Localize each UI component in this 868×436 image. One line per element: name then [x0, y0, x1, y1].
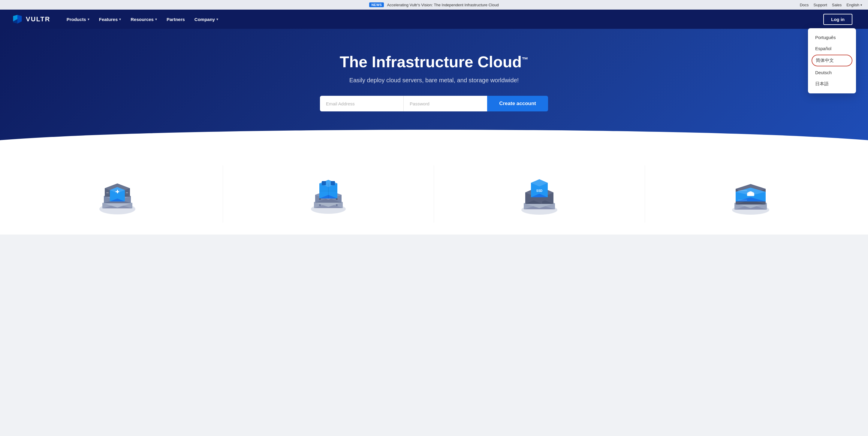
password-input[interactable]	[403, 96, 487, 111]
navbar: VULTR Products ▾ Features ▾ Resources ▾ …	[0, 9, 868, 29]
logo[interactable]: VULTR	[12, 14, 51, 25]
svg-point-42	[336, 204, 338, 206]
compute-icon	[93, 174, 142, 216]
nav-company[interactable]: Company ▾	[190, 14, 222, 24]
chevron-down-icon: ▾	[119, 18, 121, 21]
logo-text: VULTR	[26, 15, 51, 23]
chevron-down-icon: ▾	[861, 3, 862, 7]
create-account-button[interactable]: Create account	[487, 96, 548, 111]
nav-features[interactable]: Features ▾	[95, 14, 125, 24]
svg-rect-25	[106, 193, 108, 193]
chevron-down-icon: ▾	[155, 18, 157, 21]
nav-features-label: Features	[99, 17, 118, 22]
products-section: SSD	[0, 147, 868, 234]
svg-point-41	[319, 204, 321, 206]
svg-rect-73	[738, 190, 747, 191]
svg-point-39	[319, 198, 321, 200]
chevron-down-icon: ▾	[88, 18, 89, 21]
product-card-objectstorage	[645, 166, 856, 223]
nav-products[interactable]: Products ▾	[62, 14, 94, 24]
lang-option-german[interactable]: Deutsch	[808, 67, 856, 78]
support-link[interactable]: Support	[813, 3, 827, 7]
announcement-text: Accelerating Vultr's Vision: The Indepen…	[387, 3, 499, 7]
storage-icon: SSD	[515, 174, 563, 216]
news-badge: NEWS	[369, 2, 384, 7]
email-input[interactable]	[320, 96, 403, 111]
vultr-logo-icon	[12, 14, 23, 25]
svg-rect-74	[738, 200, 747, 201]
svg-point-40	[336, 198, 338, 200]
svg-rect-24	[127, 184, 127, 187]
login-button[interactable]: Log in	[823, 14, 852, 25]
nav-resources-label: Resources	[130, 17, 154, 22]
nav-partners[interactable]: Partners	[162, 14, 189, 24]
svg-rect-26	[126, 193, 128, 193]
lang-option-japanese[interactable]: 日本語	[808, 78, 856, 90]
nav-links: Products ▾ Features ▾ Resources ▾ Partne…	[62, 14, 823, 24]
lang-option-portuguese[interactable]: Português	[808, 32, 856, 43]
product-card-storage: SSD	[434, 166, 645, 223]
nav-products-label: Products	[67, 17, 86, 22]
chevron-down-icon: ▾	[216, 18, 218, 21]
language-dropdown: Português Español 简体中文 Deutsch 日本語	[808, 28, 856, 93]
hero-form: Create account	[320, 96, 548, 111]
svg-rect-20	[117, 190, 118, 193]
lang-option-spanish[interactable]: Español	[808, 43, 856, 54]
sales-link[interactable]: Sales	[832, 3, 842, 7]
product-card-baremetal	[223, 166, 434, 223]
svg-text:SSD: SSD	[536, 189, 542, 193]
hero-section: The Infrastructure Cloud™ Easily deploy …	[0, 29, 868, 147]
nav-resources[interactable]: Resources ▾	[126, 14, 161, 24]
nav-right: Log in Português Español 简体中文 Deutsch 日本…	[823, 14, 856, 25]
svg-rect-38	[331, 181, 335, 185]
product-card-compute	[12, 166, 223, 223]
svg-rect-22	[107, 184, 108, 187]
announcement-bar: NEWS Accelerating Vultr's Vision: The In…	[0, 0, 868, 9]
nav-company-label: Company	[194, 17, 215, 22]
lang-option-chinese[interactable]: 简体中文	[812, 55, 852, 66]
docs-link[interactable]: Docs	[800, 3, 809, 7]
language-label: English	[846, 3, 859, 7]
baremetal-icon	[304, 174, 352, 216]
language-selector[interactable]: English ▾	[846, 3, 862, 7]
hero-title: The Infrastructure Cloud™	[12, 53, 856, 71]
object-storage-icon	[726, 174, 775, 216]
nav-partners-label: Partners	[166, 17, 185, 22]
top-links: Docs Support Sales English ▾	[800, 3, 862, 7]
svg-rect-37	[322, 181, 326, 185]
hero-subtitle: Easily deploy cloud servers, bare metal,…	[12, 77, 856, 84]
svg-rect-72	[747, 194, 754, 196]
